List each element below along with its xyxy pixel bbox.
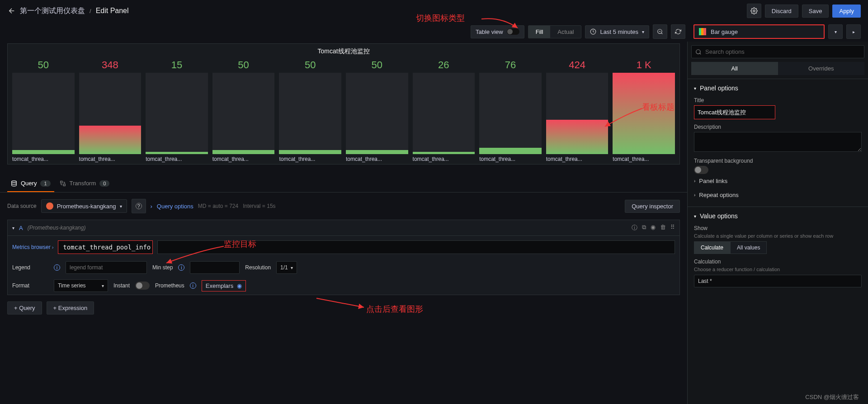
datasource-select[interactable]: Prometheus-kangkang ▾: [41, 199, 127, 213]
instant-toggle[interactable]: [135, 282, 150, 290]
visualization-picker[interactable]: Bar gauge: [693, 24, 825, 39]
table-view-toggle[interactable]: Table view: [471, 25, 524, 38]
exemplars-eye-icon[interactable]: ◉: [237, 282, 242, 289]
tab-overrides[interactable]: Overrides: [778, 62, 865, 75]
back-arrow-icon[interactable]: [7, 6, 16, 15]
legend-help-icon[interactable]: i: [54, 264, 60, 271]
chevron-down-icon: ▾: [642, 29, 644, 34]
settings-button[interactable]: [747, 4, 761, 18]
refresh-button[interactable]: [671, 24, 685, 39]
gauge-label: tomcat_threa...: [346, 156, 408, 162]
gauge-label: tomcat_threa...: [212, 156, 275, 162]
apply-button[interactable]: Apply: [832, 5, 861, 18]
add-query-button[interactable]: + Query: [7, 301, 42, 315]
panel-title-input[interactable]: [694, 105, 775, 119]
show-all-values-option[interactable]: All values: [730, 241, 767, 254]
gauge-bar: 424 tomcat_threa...: [546, 59, 609, 162]
table-view-label: Table view: [476, 28, 503, 35]
legend-input[interactable]: [66, 261, 147, 274]
datasource-help-button[interactable]: ?: [132, 199, 146, 213]
breadcrumb-current: Edit Panel: [96, 7, 129, 15]
query-help-icon[interactable]: ⓘ: [632, 224, 637, 232]
gauge-label: tomcat_threa...: [479, 156, 542, 162]
min-step-help-icon[interactable]: i: [178, 264, 184, 271]
svg-point-8: [696, 49, 700, 53]
query-options-link[interactable]: Query options: [157, 203, 193, 210]
search-options-input[interactable]: Search options: [691, 45, 864, 58]
gauge-value: 50: [372, 59, 382, 71]
legend-label: Legend: [12, 264, 48, 271]
time-range-label: Last 5 minutes: [600, 28, 638, 35]
exemplars-toggle-box: Exemplars ◉: [202, 280, 246, 291]
min-step-label: Min step: [152, 264, 173, 271]
datasource-name: Prometheus-kangkang: [57, 203, 116, 210]
gauge-bar: 50 tomcat_threa...: [12, 59, 75, 162]
gauge-bar: 50 tomcat_threa...: [346, 59, 408, 162]
resolution-select[interactable]: 1/1 ▾: [276, 261, 297, 274]
fill-option[interactable]: Fill: [528, 26, 551, 38]
query-expression-input[interactable]: tomcat_thread_pool_info: [58, 240, 153, 254]
gauge-value: 424: [569, 59, 585, 71]
tab-transform-count: 0: [99, 180, 109, 187]
datasource-label: Data source: [7, 203, 37, 209]
panel-links-section[interactable]: ›Panel links: [694, 174, 862, 188]
actual-option[interactable]: Actual: [550, 26, 581, 38]
calculation-select[interactable]: Last *: [694, 275, 862, 287]
panel-options-section[interactable]: ▾Panel options: [694, 84, 862, 93]
table-view-switch[interactable]: [507, 28, 519, 35]
query-toggle-visibility-icon[interactable]: ◉: [651, 224, 656, 232]
tab-query-label: Query: [21, 180, 37, 187]
format-select[interactable]: Time series ▾: [54, 279, 108, 292]
clock-icon: [590, 28, 596, 35]
breadcrumb-dashboard[interactable]: 第一个测试用仪表盘: [20, 6, 85, 16]
transparent-label: Transparent background: [694, 158, 862, 164]
query-letter: A: [19, 225, 23, 231]
gauge-bar: 50 tomcat_threa...: [279, 59, 341, 162]
display-mode-segment: Fill Actual: [528, 25, 582, 38]
query-duplicate-icon[interactable]: ⧉: [642, 224, 646, 232]
gauge-value: 15: [171, 59, 182, 71]
calculation-help: Choose a reducer function / calculation: [694, 267, 862, 272]
viz-picker-expand[interactable]: ▸: [846, 24, 861, 39]
collapse-query-icon[interactable]: ▾: [12, 225, 14, 230]
show-label: Show: [694, 225, 862, 231]
gauge-label: tomcat_threa...: [413, 156, 475, 162]
gauge-value: 26: [438, 59, 449, 71]
tab-transform[interactable]: Transform 0: [56, 175, 113, 192]
show-calculate-option[interactable]: Calculate: [694, 241, 730, 254]
description-field-label: Description: [694, 124, 862, 130]
time-range-picker[interactable]: Last 5 minutes ▾: [585, 25, 649, 38]
transparent-toggle[interactable]: [694, 166, 708, 174]
search-icon: [695, 49, 702, 55]
value-options-section[interactable]: ▾Value options: [694, 211, 862, 221]
repeat-options-section[interactable]: ›Repeat options: [694, 188, 862, 202]
zoom-out-button[interactable]: [653, 24, 667, 39]
resolution-label: Resolution: [245, 264, 271, 271]
query-md-info: MD = auto = 724: [198, 203, 238, 209]
query-drag-handle-icon[interactable]: ⠿: [670, 224, 675, 232]
tab-query[interactable]: Query 1: [7, 175, 54, 192]
svg-rect-7: [63, 184, 65, 186]
gauge-value: 76: [505, 59, 516, 71]
query-delete-icon[interactable]: 🗑: [660, 224, 666, 232]
save-button[interactable]: Save: [802, 5, 829, 18]
panel-title: Tomcat线程池监控: [9, 47, 678, 56]
chevron-down-icon: ▾: [120, 204, 122, 209]
panel-description-input[interactable]: [694, 132, 862, 152]
discard-button[interactable]: Discard: [765, 5, 798, 18]
title-field-label: Title: [694, 97, 862, 103]
metrics-browser-link[interactable]: Metrics browser ›: [12, 244, 53, 250]
tab-query-count: 1: [40, 180, 50, 187]
prometheus-help-icon[interactable]: i: [190, 282, 196, 289]
tab-all[interactable]: All: [691, 62, 778, 75]
add-expression-button[interactable]: + Expression: [47, 301, 94, 315]
svg-line-3: [661, 33, 663, 34]
exemplars-label: Exemplars: [206, 282, 233, 289]
min-step-input[interactable]: [190, 261, 240, 274]
viz-picker-chevron[interactable]: ▾: [828, 24, 843, 39]
bar-gauge-icon: [699, 28, 706, 35]
query-inspector-button[interactable]: Query inspector: [625, 200, 680, 213]
gauge-label: tomcat_threa...: [79, 156, 142, 162]
gauge-bar: 348 tomcat_threa...: [79, 59, 142, 162]
svg-line-9: [700, 53, 701, 54]
